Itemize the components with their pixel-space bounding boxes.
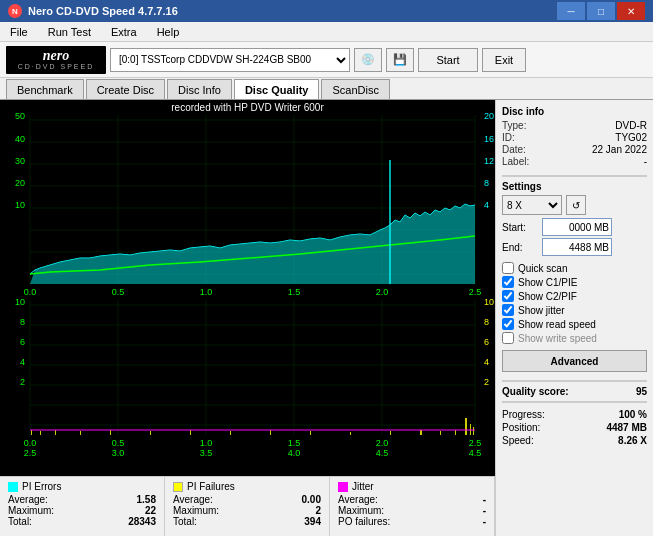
jitter-max-row: Maximum: - (338, 505, 486, 516)
tab-disc-quality[interactable]: Disc Quality (234, 79, 320, 99)
pi-errors-avg-val: 1.58 (137, 494, 156, 505)
disc-type-row: Type: DVD-R (502, 120, 647, 131)
advanced-button[interactable]: Advanced (502, 350, 647, 372)
svg-rect-75 (230, 431, 231, 435)
tab-benchmark[interactable]: Benchmark (6, 79, 84, 99)
svg-text:4: 4 (20, 357, 25, 367)
svg-text:3.0: 3.0 (112, 448, 125, 458)
progress-label: Progress: (502, 409, 545, 420)
drive-selector[interactable]: [0:0] TSSTcorp CDDVDW SH-224GB SB00 (110, 48, 350, 72)
position-label: Position: (502, 422, 540, 433)
speed-value: 8.26 X (618, 435, 647, 446)
jitter-po-row: PO failures: - (338, 516, 486, 527)
menu-help[interactable]: Help (151, 24, 186, 40)
pi-errors-total-label: Total: (8, 516, 32, 527)
jitter-po-label: PO failures: (338, 516, 390, 527)
svg-text:2.5: 2.5 (469, 287, 482, 297)
media-button[interactable]: 💿 (354, 48, 382, 72)
show-read-speed-checkbox[interactable] (502, 318, 514, 330)
svg-text:4: 4 (484, 357, 489, 367)
svg-text:50: 50 (15, 111, 25, 121)
svg-text:30: 30 (15, 156, 25, 166)
svg-rect-0 (0, 100, 495, 480)
svg-rect-74 (190, 430, 191, 435)
menu-extra[interactable]: Extra (105, 24, 143, 40)
tab-create-disc[interactable]: Create Disc (86, 79, 165, 99)
window-controls: ─ □ ✕ (557, 2, 645, 20)
menu-file[interactable]: File (4, 24, 34, 40)
jitter-avg-row: Average: - (338, 494, 486, 505)
svg-text:8: 8 (484, 317, 489, 327)
end-label: End: (502, 242, 538, 253)
svg-text:0.0: 0.0 (24, 438, 37, 448)
disc-type-label: Type: (502, 120, 526, 131)
svg-text:2: 2 (20, 377, 25, 387)
show-jitter-checkbox[interactable] (502, 304, 514, 316)
svg-rect-70 (55, 430, 56, 435)
show-read-speed-row: Show read speed (502, 318, 647, 330)
show-c2pif-checkbox[interactable] (502, 290, 514, 302)
svg-rect-72 (110, 430, 111, 435)
stats-bar: PI Errors Average: 1.58 Maximum: 22 Tota… (0, 476, 495, 536)
jitter-max-label: Maximum: (338, 505, 384, 516)
show-write-speed-label: Show write speed (518, 333, 597, 344)
exit-button[interactable]: Exit (482, 48, 526, 72)
start-label: Start: (502, 222, 538, 233)
quality-score-value: 95 (636, 386, 647, 397)
pi-failures-avg-val: 0.00 (302, 494, 321, 505)
show-write-speed-checkbox[interactable] (502, 332, 514, 344)
pi-failures-label: PI Failures (187, 481, 235, 492)
minimize-button[interactable]: ─ (557, 2, 585, 20)
svg-rect-69 (40, 431, 41, 435)
quality-score-row: Quality score: 95 (502, 386, 647, 397)
svg-rect-82 (455, 430, 456, 435)
show-c2pif-row: Show C2/PIF (502, 290, 647, 302)
quality-score-label: Quality score: (502, 386, 569, 397)
show-c1pie-label: Show C1/PIE (518, 277, 577, 288)
start-button[interactable]: Start (418, 48, 478, 72)
menu-run-test[interactable]: Run Test (42, 24, 97, 40)
svg-text:12: 12 (484, 156, 494, 166)
jitter-avg-label: Average: (338, 494, 378, 505)
maximize-button[interactable]: □ (587, 2, 615, 20)
speed-row: 8 X Maximum 4 X ↺ (502, 195, 647, 215)
svg-text:6: 6 (20, 337, 25, 347)
tab-disc-info[interactable]: Disc Info (167, 79, 232, 99)
svg-rect-73 (150, 431, 151, 435)
pi-errors-max-label: Maximum: (8, 505, 54, 516)
settings-section: Settings 8 X Maximum 4 X ↺ Start: End: (502, 181, 647, 256)
refresh-button[interactable]: ↺ (566, 195, 586, 215)
svg-text:1.5: 1.5 (288, 438, 301, 448)
svg-text:0.5: 0.5 (112, 287, 125, 297)
start-input[interactable] (542, 218, 612, 236)
show-c1pie-checkbox[interactable] (502, 276, 514, 288)
quick-scan-checkbox[interactable] (502, 262, 514, 274)
disc-id-label: ID: (502, 132, 515, 143)
main-content: recorded with HP DVD Writer 600r (0, 100, 653, 536)
tab-scan-disc[interactable]: ScanDisc (321, 79, 389, 99)
close-button[interactable]: ✕ (617, 2, 645, 20)
quick-scan-row: Quick scan (502, 262, 647, 274)
chart-title: recorded with HP DVD Writer 600r (171, 102, 323, 113)
speed-select[interactable]: 8 X Maximum 4 X (502, 195, 562, 215)
svg-text:2.5: 2.5 (469, 438, 482, 448)
jitter-max-val: - (483, 505, 486, 516)
svg-text:1.0: 1.0 (200, 287, 213, 297)
svg-text:16: 16 (484, 134, 494, 144)
svg-text:20: 20 (484, 111, 494, 121)
svg-rect-77 (310, 431, 311, 435)
end-input[interactable] (542, 238, 612, 256)
pi-errors-avg-row: Average: 1.58 (8, 494, 156, 505)
svg-text:2.0: 2.0 (376, 438, 389, 448)
show-c2pif-label: Show C2/PIF (518, 291, 577, 302)
svg-text:0.5: 0.5 (112, 438, 125, 448)
svg-text:4: 4 (484, 200, 489, 210)
svg-rect-71 (80, 431, 81, 435)
pi-errors-stat: PI Errors Average: 1.58 Maximum: 22 Tota… (0, 477, 165, 536)
start-row: Start: (502, 218, 647, 236)
chart-panel: recorded with HP DVD Writer 600r (0, 100, 495, 536)
disc-info-section: Disc info Type: DVD-R ID: TYG02 Date: 22… (502, 106, 647, 167)
save-button[interactable]: 💾 (386, 48, 414, 72)
svg-text:8: 8 (484, 178, 489, 188)
svg-rect-78 (350, 432, 351, 435)
